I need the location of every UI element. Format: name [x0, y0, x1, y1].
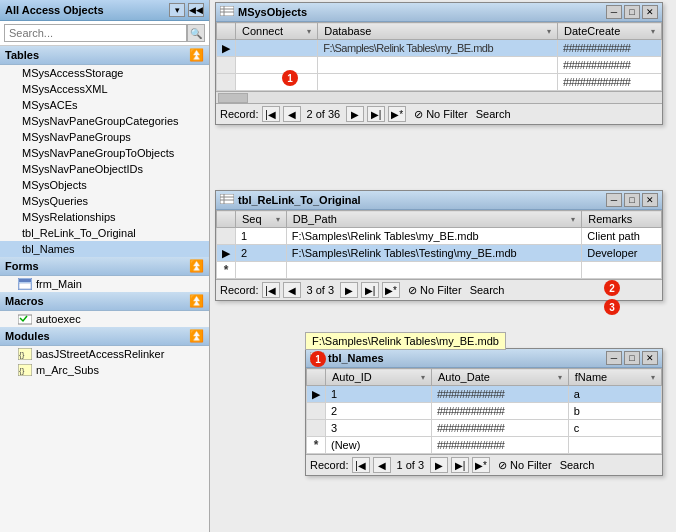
- nav-prev-btn[interactable]: ◀: [283, 282, 301, 298]
- nav-prev-btn[interactable]: ◀: [373, 457, 391, 473]
- modules-section-header[interactable]: Modules ⏫: [0, 327, 209, 346]
- sidebar-item-frm-main[interactable]: frm_Main: [0, 276, 209, 292]
- cell-database[interactable]: [318, 57, 558, 74]
- sidebar-item-msysnavpanegrouptoobjects[interactable]: MSysNavPaneGroupToObjects: [0, 145, 209, 161]
- tbl-names-restore-btn[interactable]: □: [624, 351, 640, 365]
- table-row[interactable]: 2 ############ b: [307, 403, 662, 420]
- nav-new-btn[interactable]: ▶*: [472, 457, 490, 473]
- cell-dbpath[interactable]: [286, 262, 581, 279]
- sidebar-item-msysnavpanegroupcategories[interactable]: MSysNavPaneGroupCategories: [0, 113, 209, 129]
- tbl-names-close-btn[interactable]: ✕: [642, 351, 658, 365]
- cell-datecreate[interactable]: ############: [558, 74, 662, 91]
- cell-connect[interactable]: [236, 57, 318, 74]
- cell-connect[interactable]: [236, 40, 318, 57]
- sidebar-item-msysaccessxml[interactable]: MSysAccessXML: [0, 81, 209, 97]
- sidebar-menu-btn[interactable]: ▾: [169, 3, 185, 17]
- sidebar-item-msysaces[interactable]: MSysACEs: [0, 97, 209, 113]
- col-seq[interactable]: Seq ▾: [236, 211, 287, 228]
- forms-section-header[interactable]: Forms ⏫: [0, 257, 209, 276]
- nav-last-btn[interactable]: ▶|: [451, 457, 469, 473]
- cell-date[interactable]: ############: [431, 420, 568, 437]
- tbl-names-titlebar[interactable]: tbl_Names ─ □ ✕: [306, 349, 662, 368]
- cell-name[interactable]: [568, 437, 661, 454]
- sidebar-item-tbl-relink[interactable]: tbl_ReLink_To_Original: [0, 225, 209, 241]
- cell-dbpath[interactable]: F:\Samples\Relink Tables\Testing\my_BE.m…: [286, 245, 581, 262]
- cell-connect[interactable]: [236, 74, 318, 91]
- nav-first-btn[interactable]: |◀: [262, 282, 280, 298]
- cell-id[interactable]: 2: [326, 403, 432, 420]
- search-button[interactable]: 🔍: [187, 24, 205, 42]
- nav-next-btn[interactable]: ▶: [340, 282, 358, 298]
- tables-section-header[interactable]: Tables ⏫: [0, 46, 209, 65]
- sidebar-item-msysnavpaneobjectids[interactable]: MSysNavPaneObjectIDs: [0, 161, 209, 177]
- sidebar-item-basj[interactable]: {} basJStreetAccessRelinker: [0, 346, 209, 362]
- col-dbpath[interactable]: DB_Path ▾: [286, 211, 581, 228]
- search-input[interactable]: [4, 24, 187, 42]
- cell-date[interactable]: ############: [431, 386, 568, 403]
- nav-next-btn[interactable]: ▶: [346, 106, 364, 122]
- cell-name[interactable]: a: [568, 386, 661, 403]
- table-row[interactable]: ############: [217, 57, 662, 74]
- sidebar-item-msysaccessstorage[interactable]: MSysAccessStorage: [0, 65, 209, 81]
- nav-first-btn[interactable]: |◀: [262, 106, 280, 122]
- relink-minimize-btn[interactable]: ─: [606, 193, 622, 207]
- cell-date[interactable]: ############: [431, 403, 568, 420]
- macros-section-header[interactable]: Macros ⏫: [0, 292, 209, 311]
- hscroll-thumb[interactable]: [218, 93, 248, 103]
- col-auto-date[interactable]: Auto_Date ▾: [431, 369, 568, 386]
- sidebar-item-msysqueries[interactable]: MSysQueries: [0, 193, 209, 209]
- col-fname[interactable]: fName ▾: [568, 369, 661, 386]
- cell-database[interactable]: [318, 74, 558, 91]
- cell-name[interactable]: c: [568, 420, 661, 437]
- col-connect[interactable]: Connect ▾: [236, 23, 318, 40]
- msysobjects-minimize-btn[interactable]: ─: [606, 5, 622, 19]
- table-row[interactable]: *: [217, 262, 662, 279]
- cell-datecreate[interactable]: ############: [558, 57, 662, 74]
- msysobjects-hscrollbar[interactable]: [216, 91, 662, 103]
- cell-seq[interactable]: 1: [236, 228, 287, 245]
- cell-datecreate[interactable]: ############: [558, 40, 662, 57]
- cell-name[interactable]: b: [568, 403, 661, 420]
- nav-next-btn[interactable]: ▶: [430, 457, 448, 473]
- msysobjects-titlebar[interactable]: MSysObjects ─ □ ✕: [216, 3, 662, 22]
- nav-last-btn[interactable]: ▶|: [361, 282, 379, 298]
- col-database[interactable]: Database ▾: [318, 23, 558, 40]
- cell-database[interactable]: F:\Samples\Relink Tables\my_BE.mdb: [318, 40, 558, 57]
- cell-dbpath[interactable]: F:\Samples\Relink Tables\my_BE.mdb: [286, 228, 581, 245]
- cell-id[interactable]: 1: [326, 386, 432, 403]
- nav-new-btn[interactable]: ▶*: [382, 282, 400, 298]
- sidebar-item-tbl-names[interactable]: tbl_Names: [0, 241, 209, 257]
- cell-id[interactable]: (New): [326, 437, 432, 454]
- cell-seq[interactable]: 2: [236, 245, 287, 262]
- table-row[interactable]: 3 ############ c: [307, 420, 662, 437]
- cell-remarks[interactable]: Developer: [582, 245, 662, 262]
- nav-prev-btn[interactable]: ◀: [283, 106, 301, 122]
- relink-close-btn[interactable]: ✕: [642, 193, 658, 207]
- col-auto-id[interactable]: Auto_ID ▾: [326, 369, 432, 386]
- table-row[interactable]: ▶ F:\Samples\Relink Tables\my_BE.mdb ###…: [217, 40, 662, 57]
- col-remarks[interactable]: Remarks: [582, 211, 662, 228]
- nav-first-btn[interactable]: |◀: [352, 457, 370, 473]
- sidebar-item-msysobjects[interactable]: MSysObjects: [0, 177, 209, 193]
- cell-seq[interactable]: [236, 262, 287, 279]
- sidebar-item-marc-subs[interactable]: {} m_Arc_Subs: [0, 362, 209, 378]
- table-row[interactable]: ▶ 2 F:\Samples\Relink Tables\Testing\my_…: [217, 245, 662, 262]
- table-row[interactable]: * (New) ############: [307, 437, 662, 454]
- nav-new-btn[interactable]: ▶*: [388, 106, 406, 122]
- cell-id[interactable]: 3: [326, 420, 432, 437]
- relink-titlebar[interactable]: tbl_ReLink_To_Original ─ □ ✕: [216, 191, 662, 210]
- table-row[interactable]: ▶ 1 ############ a: [307, 386, 662, 403]
- cell-remarks[interactable]: Client path: [582, 228, 662, 245]
- table-row[interactable]: 1 F:\Samples\Relink Tables\my_BE.mdb Cli…: [217, 228, 662, 245]
- msysobjects-close-btn[interactable]: ✕: [642, 5, 658, 19]
- tbl-names-minimize-btn[interactable]: ─: [606, 351, 622, 365]
- cell-date[interactable]: ############: [431, 437, 568, 454]
- sidebar-item-autoexec[interactable]: autoexec: [0, 311, 209, 327]
- sidebar-item-msysrelationships[interactable]: MSysRelationships: [0, 209, 209, 225]
- sidebar-collapse-btn[interactable]: ◀◀: [188, 3, 204, 17]
- relink-restore-btn[interactable]: □: [624, 193, 640, 207]
- msysobjects-restore-btn[interactable]: □: [624, 5, 640, 19]
- sidebar-item-msysnavpanegroups[interactable]: MSysNavPaneGroups: [0, 129, 209, 145]
- nav-last-btn[interactable]: ▶|: [367, 106, 385, 122]
- col-datecreate[interactable]: DateCreate ▾: [558, 23, 662, 40]
